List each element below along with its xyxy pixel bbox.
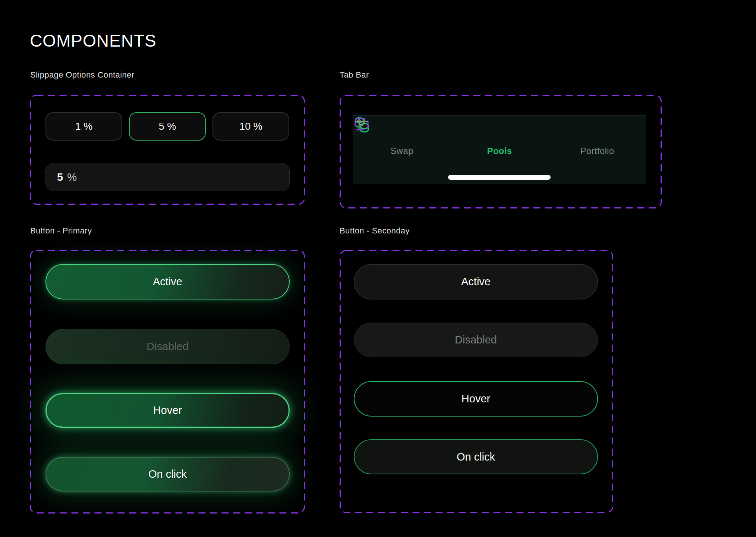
slippage-input-unit: %	[67, 171, 77, 183]
coins-icon	[491, 125, 508, 142]
primary-button-hover[interactable]: Hover	[45, 393, 290, 428]
tab-portfolio-label: Portfolio	[580, 146, 614, 156]
slippage-option-10[interactable]: 10 %	[212, 112, 289, 141]
slippage-section-label: Slippage Options Container	[30, 70, 134, 80]
tab-portfolio[interactable]: Portfolio	[548, 116, 646, 184]
secondary-button-disabled[interactable]: Disabled	[354, 323, 598, 357]
slippage-input-value: 5	[57, 171, 63, 183]
tab-pools-label: Pools	[487, 146, 512, 156]
secondary-button-active[interactable]: Active	[354, 264, 598, 299]
slippage-options-row: 1 % 5 % 10 %	[45, 112, 289, 141]
primary-button-onclick[interactable]: On click	[45, 457, 290, 492]
primary-button-active[interactable]: Active	[45, 264, 290, 299]
slippage-input[interactable]: 5 %	[45, 163, 290, 191]
swap-arrows-icon	[393, 125, 411, 142]
tab-swap-label: Swap	[390, 146, 413, 156]
tab-bar-container: Swap Pools Portfolio	[340, 95, 662, 208]
button-primary-container: Active Disabled Hover On click	[30, 250, 305, 514]
wallet-icon	[588, 125, 606, 142]
slippage-option-1[interactable]: 1 %	[45, 112, 122, 141]
secondary-button-onclick[interactable]: On click	[354, 439, 598, 474]
secondary-button-hover[interactable]: Hover	[354, 381, 598, 417]
page-title: COMPONENTS	[30, 31, 157, 51]
slippage-option-5[interactable]: 5 %	[129, 112, 206, 141]
tab-bar-section-label: Tab Bar	[340, 70, 369, 80]
button-primary-section-label: Button - Primary	[30, 226, 92, 236]
slippage-container: 1 % 5 % 10 % 5 %	[30, 95, 305, 205]
button-secondary-container: Active Disabled Hover On click	[340, 250, 613, 513]
tab-pools[interactable]: Pools	[451, 116, 548, 184]
primary-button-disabled[interactable]: Disabled	[45, 329, 290, 364]
tab-active-indicator	[448, 175, 551, 180]
button-secondary-section-label: Button - Seconday	[340, 226, 410, 236]
tab-bar: Swap Pools Portfolio	[353, 115, 646, 184]
